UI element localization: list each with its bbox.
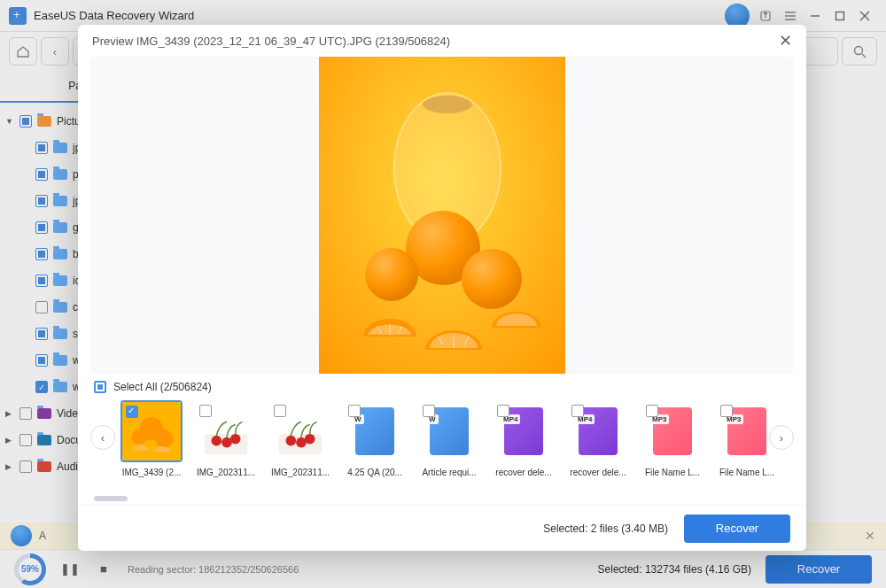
thumbnail-checkbox[interactable] xyxy=(199,405,212,417)
svg-point-21 xyxy=(211,436,222,446)
thumbnail-checkbox[interactable] xyxy=(571,405,584,417)
thumbnail-name: IMG_202311... xyxy=(195,468,257,477)
thumbnail-name: IMG_3439 (2... xyxy=(120,468,183,477)
thumbnail-name: File Name L... xyxy=(716,468,778,477)
thumbnail-checkbox[interactable] xyxy=(497,405,509,417)
thumbnail-checkbox[interactable] xyxy=(274,405,286,417)
thumbnail-name: IMG_202311... xyxy=(269,468,331,477)
thumbnail-name: 4.25 QA (20... xyxy=(344,468,406,477)
thumbnail-name: Article requi... xyxy=(418,468,480,477)
thumbnail-item[interactable]: MP4recover dele... xyxy=(567,400,629,477)
preview-image xyxy=(319,57,565,374)
thumbnail-checkbox[interactable] xyxy=(423,405,435,417)
thumbnail-item[interactable]: W4.25 QA (20... xyxy=(344,400,406,477)
preview-modal: Preview IMG_3439 (2023_12_21 06_39_47 UT… xyxy=(78,25,806,551)
thumbnail-checkbox[interactable] xyxy=(348,405,361,417)
thumbnail-item[interactable]: IMG_202311... xyxy=(195,400,257,477)
scrollbar-thumb[interactable] xyxy=(94,496,128,501)
modal-title: Preview IMG_3439 (2023_12_21 06_39_47 UT… xyxy=(92,35,450,48)
thumbnail-checkbox[interactable] xyxy=(646,405,658,417)
svg-point-17 xyxy=(131,429,146,445)
svg-point-28 xyxy=(305,434,315,445)
thumbnail-item[interactable]: MP3File Name L... xyxy=(641,400,703,477)
carousel-next-button[interactable]: › xyxy=(769,425,794,450)
thumbnail-item[interactable]: IMG_3439 (2... xyxy=(120,400,183,477)
thumbnail-checkbox[interactable] xyxy=(126,406,138,418)
thumbnail-name: recover dele... xyxy=(567,468,629,477)
thumbnail-strip: ‹ IMG_3439 (2...IMG_202311...IMG_202311.… xyxy=(78,400,806,505)
modal-header: Preview IMG_3439 (2023_12_21 06_39_47 UT… xyxy=(78,25,806,57)
modal-footer: Selected: 2 files (3.40 MB) Recover xyxy=(78,505,806,551)
svg-point-8 xyxy=(462,249,522,309)
modal-recover-button[interactable]: Recover xyxy=(684,514,790,543)
svg-point-26 xyxy=(285,436,296,446)
svg-point-18 xyxy=(155,429,174,448)
thumbnail-name: File Name L... xyxy=(641,468,703,477)
thumbnail-item[interactable]: MP4recover dele... xyxy=(493,400,555,477)
thumbnail-item[interactable]: IMG_202311... xyxy=(269,400,331,477)
select-all-checkbox[interactable] xyxy=(94,381,106,393)
modal-selected-info: Selected: 2 files (3.40 MB) xyxy=(543,522,668,535)
thumbnail-item[interactable]: WArticle requi... xyxy=(418,400,480,477)
modal-close-button[interactable]: ✕ xyxy=(779,31,792,50)
thumbnail-checkbox[interactable] xyxy=(720,405,733,417)
select-all-label: Select All (2/506824) xyxy=(113,381,212,393)
svg-point-7 xyxy=(365,248,418,301)
svg-point-23 xyxy=(230,434,241,445)
carousel-prev-button[interactable]: ‹ xyxy=(90,425,115,450)
preview-area xyxy=(90,57,794,374)
thumbnail-name: recover dele... xyxy=(493,468,555,477)
svg-point-5 xyxy=(423,96,472,113)
select-all-row: Select All (2/506824) xyxy=(78,374,806,400)
